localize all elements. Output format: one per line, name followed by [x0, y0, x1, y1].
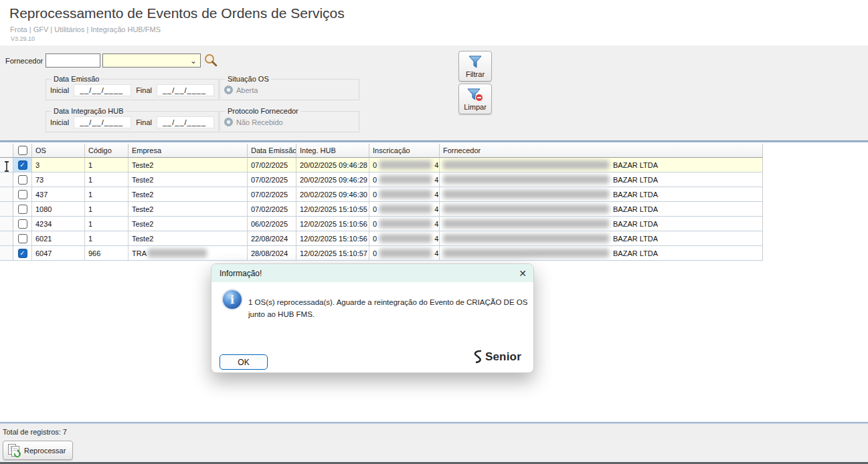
reprocessar-label: Reprocessar	[24, 447, 66, 455]
row-checkbox[interactable]	[18, 205, 27, 214]
row-checkbox[interactable]: ✓	[18, 160, 27, 170]
inscricao-prefix: 0	[373, 161, 377, 169]
cell-inscricao: 0 4	[369, 158, 440, 172]
cell-row-indicator	[0, 246, 13, 261]
cell-row-indicator	[0, 172, 13, 187]
table-row[interactable]: ✓ 3 1 Teste2 07/02/2025 20/02/2025 09:46…	[0, 158, 763, 172]
group-situacao-os-title: Situação OS	[226, 75, 271, 83]
cell-empresa: Teste2	[128, 187, 248, 202]
empresa-prefix: TRA	[132, 249, 147, 257]
cell-row-indicator	[0, 231, 13, 246]
data-integracao-final-input[interactable]	[157, 116, 214, 128]
redacted-text	[379, 234, 432, 243]
ok-button[interactable]: OK	[220, 354, 268, 370]
cell-integ-hub: 12/02/2025 15:10:56	[296, 217, 369, 231]
redacted-text	[443, 249, 609, 257]
table-row[interactable]: 1080 1 Teste2 07/02/2025 12/02/2025 15:1…	[0, 202, 763, 217]
cell-fornecedor: BAZAR LTDA	[440, 202, 763, 217]
dialog-message-line1: 1 OS(s) reprocessada(s). Aguarde a reint…	[248, 296, 527, 308]
info-dialog: Informação! ✕ i 1 OS(s) reprocessada(s).…	[211, 263, 534, 373]
data-emissao-final-input[interactable]	[157, 84, 214, 96]
cell-empresa: Teste2	[128, 172, 248, 187]
cell-codigo: 1	[85, 202, 128, 217]
senior-mark-icon	[472, 350, 483, 364]
col-header-empresa[interactable]: Empresa	[128, 144, 248, 158]
cell-os: 73	[32, 172, 85, 187]
table-row[interactable]: ✓ 6047 966 TRA 28/08/2024 12/02/2025 15:…	[0, 246, 763, 261]
filtrar-label: Filtrar	[466, 70, 485, 78]
dialog-message: 1 OS(s) reprocessada(s). Aguarde a reint…	[248, 296, 527, 320]
radio-nao-recebido[interactable]	[224, 118, 233, 126]
col-header-fornecedor[interactable]: Fornecedor	[440, 144, 763, 158]
col-header-codigo[interactable]: Código	[85, 144, 128, 158]
cell-checkbox: ✓	[13, 246, 32, 261]
close-icon[interactable]: ✕	[519, 269, 527, 278]
table-header-row: OS Código Empresa Data Emissão Integ. HU…	[0, 144, 763, 158]
row-checkbox[interactable]	[18, 219, 27, 229]
row-checkbox[interactable]	[18, 190, 27, 199]
page-title: Reprocessamento de Eventos de Ordens de …	[9, 5, 345, 21]
select-all-checkbox[interactable]	[18, 146, 27, 155]
version-label: V3.29.10	[11, 35, 35, 42]
cell-os: 1080	[32, 202, 85, 217]
redacted-text	[443, 234, 609, 243]
dialog-message-line2: junto ao HUB FMS.	[248, 308, 527, 320]
fornecedor-visible: BAZAR LTDA	[613, 235, 658, 243]
fornecedor-combo[interactable]: ⌄	[102, 53, 201, 68]
cell-empresa: Teste2	[128, 158, 248, 172]
redacted-text	[379, 205, 432, 213]
cell-integ-hub: 12/02/2025 15:10:57	[296, 246, 369, 261]
inicial-label: Inicial	[50, 86, 69, 94]
data-integracao-inicial-input[interactable]	[74, 116, 131, 128]
cell-data-emissao: 07/02/2025	[248, 187, 296, 202]
group-data-integracao-hub-title: Data Integração HUB	[52, 107, 126, 115]
col-header-os[interactable]: OS	[32, 144, 85, 158]
clear-filter-icon	[466, 88, 484, 102]
cell-row-indicator	[0, 202, 13, 217]
inscricao-suffix: 4	[434, 191, 438, 199]
radio-aberta[interactable]	[224, 86, 233, 94]
reprocessar-button[interactable]: Reprocessar	[3, 441, 73, 460]
redacted-text	[379, 249, 432, 257]
inscricao-suffix: 4	[434, 235, 438, 243]
filtrar-button[interactable]: Filtrar	[458, 51, 492, 82]
search-icon	[203, 53, 218, 68]
inscricao-prefix: 0	[373, 205, 377, 213]
cell-fornecedor: BAZAR LTDA	[440, 217, 763, 231]
row-checkbox[interactable]: ✓	[18, 249, 27, 258]
cell-os: 3	[32, 158, 85, 172]
app-window: Reprocessamento de Eventos de Ordens de …	[0, 0, 868, 464]
col-header-inscricao[interactable]: Inscricação	[369, 144, 440, 158]
redacted-text	[379, 160, 432, 169]
cell-os: 4234	[32, 217, 85, 231]
fornecedor-label: Fornecedor	[5, 57, 43, 65]
col-header-integ-hub[interactable]: Integ. HUB	[296, 144, 369, 158]
table-row[interactable]: 6021 1 Teste2 22/08/2024 12/02/2025 15:1…	[0, 231, 763, 246]
redacted-text	[443, 190, 609, 199]
final-label: Final	[136, 86, 152, 94]
table-row[interactable]: 437 1 Teste2 07/02/2025 20/02/2025 09:46…	[0, 187, 763, 202]
cell-fornecedor: BAZAR LTDA	[440, 172, 763, 187]
table-row[interactable]: 73 1 Teste2 07/02/2025 20/02/2025 09:46:…	[0, 172, 763, 187]
fornecedor-code-input[interactable]	[46, 53, 100, 68]
inscricao-suffix: 4	[434, 161, 438, 169]
select-all-cell	[13, 144, 32, 158]
row-checkbox[interactable]	[18, 234, 27, 243]
limpar-button[interactable]: Limpar	[458, 84, 492, 114]
inscricao-suffix: 4	[434, 205, 438, 213]
search-button[interactable]	[203, 53, 218, 68]
data-emissao-inicial-input[interactable]	[74, 84, 131, 96]
col-header-data-emissao[interactable]: Data Emissão	[248, 144, 296, 158]
cell-row-indicator	[0, 187, 13, 202]
table-row[interactable]: 4234 1 Teste2 06/02/2025 12/02/2025 15:1…	[0, 217, 763, 231]
inscricao-suffix: 4	[434, 176, 438, 184]
fornecedor-visible: BAZAR LTDA	[613, 176, 658, 184]
row-checkbox[interactable]	[18, 175, 27, 185]
group-data-emissao: Data Emissão Inicial Final	[46, 75, 219, 100]
cell-checkbox: ✓	[13, 158, 32, 172]
inscricao-suffix: 4	[434, 249, 438, 257]
text-cursor-icon	[3, 161, 10, 172]
cell-fornecedor: BAZAR LTDA	[440, 246, 763, 261]
reprocess-icon	[7, 443, 21, 458]
inscricao-prefix: 0	[373, 191, 377, 199]
